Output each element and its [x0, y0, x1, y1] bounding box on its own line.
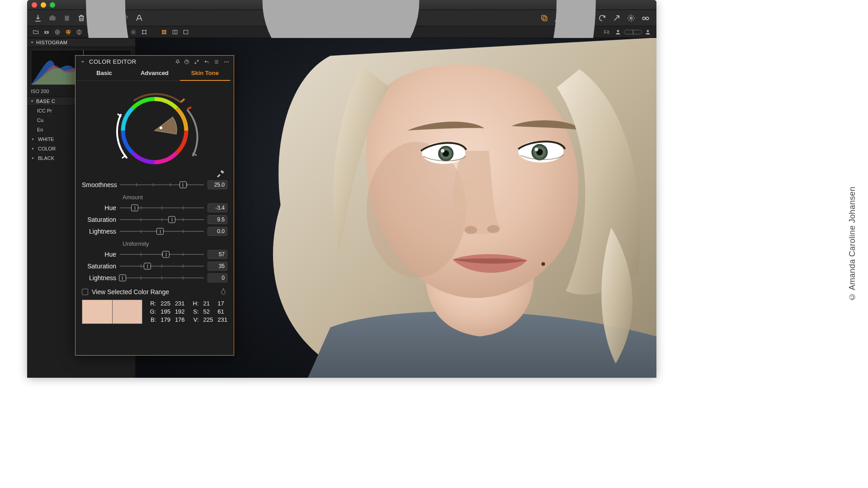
tab-basic[interactable]: Basic: [79, 67, 129, 80]
amount-sat-slider[interactable]: [120, 215, 204, 224]
pin-icon[interactable]: [175, 59, 180, 65]
svg-rect-4: [65, 15, 69, 21]
rotate-tool[interactable]: [328, 12, 341, 24]
amount-light-value[interactable]: 0.0: [208, 227, 227, 236]
close-window-button[interactable]: [32, 2, 37, 8]
svg-point-35: [617, 30, 619, 32]
svg-point-26: [145, 30, 146, 31]
zoom-tool[interactable]: [299, 12, 312, 24]
eraser-tool[interactable]: [386, 12, 399, 24]
amount-hue-slider[interactable]: [120, 203, 204, 212]
amount-hue-label: Hue: [82, 204, 116, 211]
uni-light-slider[interactable]: [120, 273, 204, 282]
amount-light-slider[interactable]: [120, 227, 204, 236]
panel-collapse-icon[interactable]: [80, 59, 85, 65]
svg-line-56: [181, 99, 184, 102]
svg-rect-5: [66, 14, 68, 16]
clipboard-button[interactable]: [61, 12, 73, 24]
svg-line-57: [187, 107, 191, 109]
sharpen-tab-icon[interactable]: [96, 27, 106, 37]
pan-tool[interactable]: [285, 12, 297, 24]
search-icon[interactable]: [85, 27, 95, 37]
list-icon[interactable]: [214, 59, 219, 65]
color-tab-icon[interactable]: [63, 27, 73, 37]
uni-sat-value[interactable]: 35: [208, 262, 227, 271]
rotate-left-button[interactable]: [581, 12, 594, 24]
reset-button[interactable]: [104, 12, 117, 24]
warning-button[interactable]: [552, 12, 565, 24]
swatch-before[interactable]: [82, 300, 112, 324]
cog-button[interactable]: [625, 12, 637, 24]
copy-adjustments-button[interactable]: [538, 12, 551, 24]
capture-button[interactable]: [46, 12, 59, 24]
capture-tab-icon[interactable]: [42, 27, 52, 37]
brush-tool[interactable]: [372, 12, 384, 24]
svg-point-40: [487, 225, 500, 233]
svg-rect-8: [543, 17, 547, 21]
amount-sat-value[interactable]: 9.5: [208, 215, 227, 224]
spot-tool[interactable]: [357, 12, 370, 24]
svg-point-48: [535, 148, 538, 151]
redo-button[interactable]: [118, 12, 131, 24]
crop-tool[interactable]: [314, 12, 326, 24]
color-pick-tool[interactable]: [401, 12, 413, 24]
eyedropper-button[interactable]: [216, 169, 226, 178]
svg-point-49: [542, 262, 545, 266]
undo-button[interactable]: [90, 12, 102, 24]
svg-point-16: [57, 31, 58, 33]
amount-header: Amount: [123, 194, 227, 201]
gear-tab-icon[interactable]: [128, 27, 138, 37]
export-arrow-button[interactable]: [610, 12, 623, 24]
import-button[interactable]: [32, 12, 44, 24]
zoom-fit-label[interactable]: Fit: [604, 29, 609, 35]
panel-reset-icon[interactable]: [204, 59, 209, 65]
tab-advanced[interactable]: Advanced: [129, 67, 179, 80]
help-icon[interactable]: [184, 59, 189, 65]
rotate-right-button[interactable]: [596, 12, 609, 24]
panel-title: COLOR EDITOR: [89, 58, 171, 65]
color-wheel[interactable]: [82, 85, 227, 176]
grid-button[interactable]: [567, 12, 580, 24]
invert-pick-icon[interactable]: [219, 288, 227, 296]
exposure-indicator[interactable]: [624, 30, 642, 34]
uni-hue-value[interactable]: 57: [208, 250, 227, 259]
process-tab-icon[interactable]: [139, 27, 149, 37]
expand-icon[interactable]: [194, 59, 199, 65]
histogram-header[interactable]: HISTOGRAM: [27, 38, 135, 47]
tab-skin-tone[interactable]: Skin Tone: [180, 67, 230, 81]
uniformity-header: Uniformity: [123, 240, 227, 247]
view-range-label: View Selected Color Range: [92, 288, 169, 296]
svg-point-53: [228, 61, 229, 62]
swatch-after[interactable]: [112, 300, 142, 324]
viewer-mode-single-icon[interactable]: [181, 27, 191, 37]
smoothness-value[interactable]: 25.0: [208, 180, 227, 189]
info-tab-icon[interactable]: [118, 27, 127, 37]
svg-rect-29: [162, 30, 164, 32]
glasses-button[interactable]: [639, 12, 652, 24]
minimize-window-button[interactable]: [41, 2, 46, 8]
uni-light-value[interactable]: 0: [208, 273, 227, 282]
more-icon[interactable]: [224, 59, 229, 65]
svg-point-12: [646, 17, 649, 19]
library-tab-icon[interactable]: [31, 27, 41, 37]
viewer-mode-split-icon[interactable]: [170, 27, 180, 37]
uni-hue-slider[interactable]: [120, 250, 204, 259]
exposure-tab-icon[interactable]: [74, 27, 84, 37]
amount-hue-value[interactable]: -3.4: [208, 203, 227, 212]
viewer-mode-grid-icon[interactable]: [159, 27, 169, 37]
smoothness-slider[interactable]: [120, 180, 204, 189]
uni-hue-label: Hue: [82, 251, 116, 258]
trash-button[interactable]: [75, 12, 88, 24]
person-left-icon[interactable]: [613, 27, 623, 37]
uni-sat-slider[interactable]: [120, 262, 204, 271]
view-range-checkbox[interactable]: [82, 289, 88, 295]
lens-tab-icon[interactable]: [52, 27, 62, 37]
fullscreen-window-button[interactable]: [50, 2, 55, 8]
cursor-tool[interactable]: [270, 12, 283, 24]
person-right-icon[interactable]: [643, 27, 653, 37]
annotations-button[interactable]: [133, 12, 146, 24]
svg-point-14: [46, 31, 47, 33]
svg-point-44: [441, 149, 444, 153]
metadata-tab-icon[interactable]: [107, 27, 117, 37]
keystone-tool[interactable]: [343, 12, 355, 24]
